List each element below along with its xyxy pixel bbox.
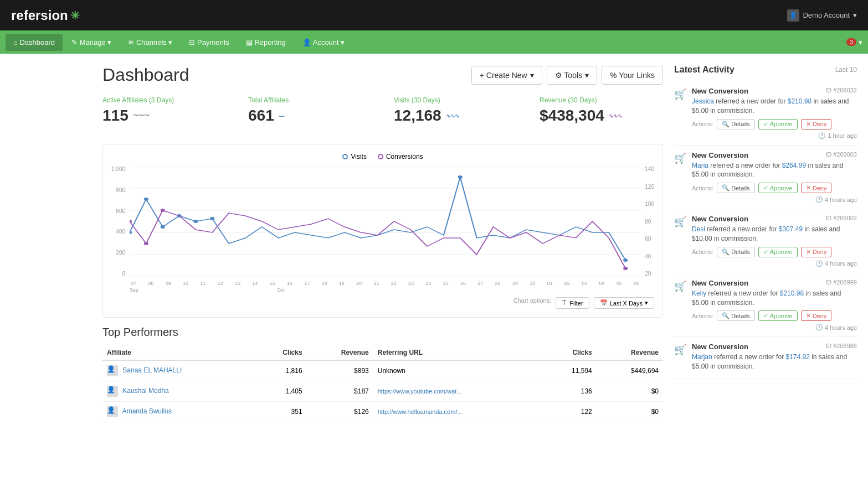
notification-dropdown-icon[interactable]: ▾ xyxy=(859,38,862,46)
actions-label: Actions: xyxy=(692,313,713,319)
affiliate-cell: 👤 Sanaa EL MAHALLI xyxy=(102,360,255,381)
nav-item-account[interactable]: 👤 Account ▾ xyxy=(295,34,352,51)
url-revenue-cell: $0 xyxy=(597,402,663,422)
approve-button[interactable]: ✓ Approve xyxy=(758,119,798,129)
activity-text: Jessica referred a new order for $210.98… xyxy=(692,97,857,116)
chart-legend: Visits Conversions xyxy=(111,153,654,160)
commission: $5.00 xyxy=(692,362,708,370)
activity-subtitle: Last 10 xyxy=(835,66,857,74)
cart-icon: 🛒 xyxy=(674,280,686,331)
filter-button[interactable]: ⊤ Filter xyxy=(556,297,589,309)
approve-button[interactable]: ✓ Approve xyxy=(758,247,798,257)
amount-link[interactable]: $210.98 xyxy=(780,289,804,297)
details-button[interactable]: 🔍 Details xyxy=(717,310,755,321)
activity-time: 🕐 4 hours ago xyxy=(692,196,857,203)
stat-active-label: Active Affiliates (3 Days) xyxy=(102,96,226,104)
account-dropdown-icon: ▾ xyxy=(853,11,857,19)
commission: $5.00 xyxy=(692,299,708,307)
commission: $10.00 xyxy=(692,235,712,242)
avatar: 👤 xyxy=(107,406,118,417)
amount-link[interactable]: $174.92 xyxy=(785,353,809,361)
chart-main: 0708091011121314151617181920212223242526… xyxy=(130,166,640,293)
top-performers-title: Top Performers xyxy=(102,326,663,339)
table-row: 👤 Sanaa EL MAHALLI 1,816 $893 Unknown 11… xyxy=(102,360,663,381)
table-row: 👤 Amanda Swulius 351 $126 http://www.hel… xyxy=(102,402,663,422)
affiliate-link[interactable]: Marjan xyxy=(692,353,712,361)
legend-dot-visits xyxy=(342,154,348,159)
logo: refersion✳ xyxy=(11,8,80,23)
account-menu[interactable]: 👤 Demo Account ▾ xyxy=(787,9,857,22)
stat-revenue-label: Revenue (30 Days) xyxy=(540,96,663,104)
nav-item-channels[interactable]: ≋ Channels ▾ xyxy=(120,34,180,51)
stat-visits-sparkline: ∿∿∿ xyxy=(446,113,459,119)
activity-type: New Conversion xyxy=(692,215,748,223)
url-cell: Unknown xyxy=(373,360,543,381)
deny-button[interactable]: ✕ Deny xyxy=(801,183,832,193)
affiliate-link[interactable]: Desi xyxy=(692,225,705,233)
your-links-button[interactable]: % Your Links xyxy=(602,66,663,85)
url-clicks-cell: 136 xyxy=(543,381,597,402)
affiliate-cell: 👤 Amanda Swulius xyxy=(102,402,255,422)
nav-item-dashboard[interactable]: ⌂ Dashboard xyxy=(6,34,63,51)
revenue-cell: $893 xyxy=(307,360,373,381)
activity-title: Latest Activity xyxy=(674,65,735,75)
stat-total-sparkline: ⸻ xyxy=(279,113,284,119)
affiliate-name-link[interactable]: Kaushal Modha xyxy=(122,387,168,395)
activity-item: 🛒 New Conversion ID #208986 Marjan refer… xyxy=(674,337,857,379)
activity-top: New Conversion ID #209002 xyxy=(692,215,857,223)
tools-button[interactable]: ⚙ Tools ▾ xyxy=(547,66,597,85)
activity-type: New Conversion xyxy=(692,279,748,287)
chart-y-axis-left: 1,000 800 600 400 200 0 xyxy=(111,166,130,277)
activity-content: New Conversion ID #209003 Maria referred… xyxy=(692,151,857,204)
actions-label: Actions: xyxy=(692,248,713,255)
affiliate-link[interactable]: Jessica xyxy=(692,97,714,105)
nav-item-payments[interactable]: ⊟ Payments xyxy=(181,34,237,51)
filter-icon: ⊤ xyxy=(562,299,567,307)
affiliate-link[interactable]: Kelly xyxy=(692,289,706,297)
affiliate-cell: 👤 Kaushal Modha xyxy=(102,381,255,402)
range-button[interactable]: 📅 Last X Days ▾ xyxy=(594,297,654,309)
activity-id: ID #209003 xyxy=(825,151,857,158)
nav-item-manage[interactable]: ✎ Manage ▾ xyxy=(64,34,119,51)
create-new-button[interactable]: + Create New ▾ xyxy=(471,66,542,85)
your-links-label: % Your Links xyxy=(610,71,655,80)
nav-item-reporting[interactable]: ▤ Reporting xyxy=(238,34,294,51)
svg-point-15 xyxy=(144,242,148,245)
approve-button[interactable]: ✓ Approve xyxy=(758,310,798,321)
deny-button[interactable]: ✕ Deny xyxy=(801,247,832,257)
affiliate-link[interactable]: Maria xyxy=(692,162,708,169)
url-link[interactable]: https://www.youtube.com/wat... xyxy=(378,388,462,395)
actions-label: Actions: xyxy=(692,121,713,127)
deny-button[interactable]: ✕ Deny xyxy=(801,310,832,321)
deny-button[interactable]: ✕ Deny xyxy=(801,119,832,129)
details-button[interactable]: 🔍 Details xyxy=(717,247,755,257)
nav-items: ⌂ Dashboard ✎ Manage ▾ ≋ Channels ▾ ⊟ Pa… xyxy=(6,34,352,51)
range-label: Last X Days xyxy=(610,300,643,307)
avatar: 👤 xyxy=(107,365,118,376)
activity-time: 🕐 4 hours ago xyxy=(692,260,857,267)
amount-link[interactable]: $210.98 xyxy=(788,97,811,105)
performers-table-head: Affiliate Clicks Revenue Referring URL C… xyxy=(102,345,663,360)
details-button[interactable]: 🔍 Details xyxy=(717,183,755,193)
approve-button[interactable]: ✓ Approve xyxy=(758,183,798,193)
activity-top: New Conversion ID #208986 xyxy=(692,343,857,351)
notification-badge[interactable]: 3 xyxy=(846,38,856,46)
revenue-cell: $126 xyxy=(307,402,373,422)
table-row: 👤 Kaushal Modha 1,405 $187 https://www.y… xyxy=(102,381,663,402)
svg-point-12 xyxy=(458,175,463,179)
details-button[interactable]: 🔍 Details xyxy=(717,119,755,129)
actions-label: Actions: xyxy=(692,185,713,191)
chart-container: Visits Conversions 1,000 800 600 400 200… xyxy=(102,144,663,318)
amount-link[interactable]: $307.49 xyxy=(779,225,803,233)
col-clicks: Clicks xyxy=(255,345,306,360)
activity-content: New Conversion ID #209002 Desi referred … xyxy=(692,215,857,267)
col-url-revenue: Revenue xyxy=(597,345,663,360)
affiliate-name-link[interactable]: Sanaa EL MAHALLI xyxy=(122,366,182,374)
amount-link[interactable]: $264.99 xyxy=(782,162,806,169)
affiliate-name-link[interactable]: Amanda Swulius xyxy=(122,407,172,415)
url-link[interactable]: http://www.helloamanda.com/... xyxy=(378,408,463,415)
notification-badge-container[interactable]: 3 ▾ xyxy=(846,38,862,46)
col-affiliate: Affiliate xyxy=(102,345,255,360)
account-name: Demo Account xyxy=(803,11,850,19)
url-cell: https://www.youtube.com/wat... xyxy=(373,381,543,402)
